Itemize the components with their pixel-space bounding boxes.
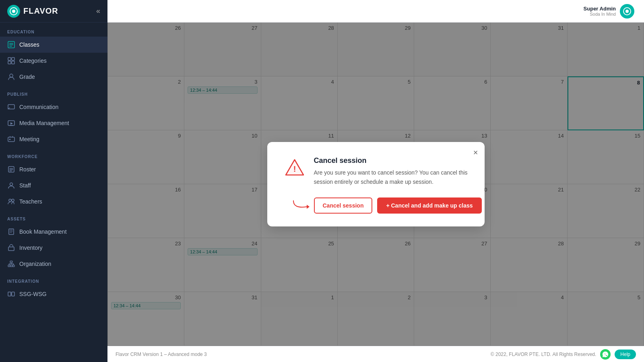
classes-icon [7, 41, 15, 49]
sidebar-label-communication: Communication [19, 104, 58, 110]
media-icon [7, 119, 15, 127]
sidebar-item-organization[interactable]: Organization [0, 256, 107, 272]
footer-version: Flavor CRM Version 1 – Advanced mode 3 [116, 352, 207, 357]
cancel-session-button[interactable]: Cancel session [314, 197, 373, 214]
svg-point-20 [12, 199, 14, 202]
sidebar-item-inventory[interactable]: Inventory [0, 240, 107, 256]
footer: Flavor CRM Version 1 – Advanced mode 3 ©… [107, 346, 644, 362]
section-label-education: EDUCATION [0, 23, 107, 37]
svg-text:!: ! [293, 165, 296, 173]
user-area: Super Admin Soda In Mind [584, 4, 634, 19]
svg-rect-21 [9, 229, 14, 234]
modal-close-button[interactable]: × [473, 148, 478, 156]
svg-rect-5 [9, 46, 12, 47]
modal-title: Cancel session [314, 156, 469, 165]
organization-icon [7, 260, 15, 268]
sidebar-label-classes: Classes [19, 41, 39, 48]
sidebar-item-classes[interactable]: Classes [0, 37, 107, 53]
user-name: Super Admin [584, 6, 616, 12]
sidebar-label-organization: Organization [19, 261, 51, 267]
svg-rect-25 [10, 265, 12, 267]
svg-rect-8 [8, 61, 11, 64]
sidebar-label-roster: Roster [19, 166, 36, 173]
sidebar: FLAVOR « EDUCATION Classes Categories [0, 0, 107, 362]
sidebar-item-teachers[interactable]: Teachers [0, 193, 107, 210]
svg-rect-9 [12, 61, 14, 64]
sidebar-item-meeting[interactable]: Meeting [0, 131, 107, 147]
modal-overlay: × ! Cancel session Are you sure you want… [107, 23, 644, 346]
section-label-workforce: WORKFORCE [0, 147, 107, 161]
meeting-icon [7, 135, 15, 143]
sidebar-item-roster[interactable]: Roster [0, 161, 107, 177]
section-label-assets: ASSETS [0, 210, 107, 224]
svg-rect-3 [9, 43, 13, 44]
arrow-indicator [291, 199, 312, 212]
svg-rect-7 [12, 58, 14, 60]
footer-copyright: © 2022, FLAVOR PTE. LTD. All Rights Rese… [491, 352, 597, 357]
cancel-and-makeup-button[interactable]: + Cancel and add make up class [377, 197, 481, 214]
modal-description: Are you sure you want to cancel session?… [314, 168, 469, 186]
modal-text-area: Cancel session Are you sure you want to … [314, 156, 469, 186]
svg-point-1 [12, 10, 15, 13]
teachers-icon [7, 197, 15, 206]
svg-rect-17 [8, 167, 14, 172]
sidebar-label-grade: Grade [19, 74, 35, 80]
cancel-session-modal: × ! Cancel session Are you sure you want… [267, 142, 485, 226]
svg-rect-4 [9, 45, 13, 45]
staff-icon [7, 181, 15, 189]
svg-point-19 [9, 199, 11, 202]
ssg-icon [7, 290, 15, 298]
svg-rect-6 [8, 58, 11, 60]
sidebar-label-media: Media Management [19, 120, 69, 126]
inventory-icon [7, 244, 15, 252]
user-info: Super Admin Soda In Mind [584, 6, 616, 16]
svg-rect-13 [10, 125, 13, 126]
svg-point-30 [625, 10, 629, 13]
sidebar-label-categories: Categories [19, 58, 47, 64]
sidebar-item-grade[interactable]: Grade [0, 69, 107, 85]
sidebar-item-media[interactable]: Media Management [0, 115, 107, 131]
svg-rect-16 [9, 139, 10, 140]
modal-body: ! Cancel session Are you sure you want t… [283, 156, 469, 186]
user-avatar [620, 4, 634, 19]
communication-icon [7, 103, 15, 111]
sidebar-label-teachers: Teachers [19, 198, 42, 205]
sidebar-item-categories[interactable]: Categories [0, 53, 107, 69]
svg-point-10 [10, 74, 13, 77]
svg-point-18 [10, 183, 13, 186]
sidebar-item-ssg-wsg[interactable]: SSG-WSG [0, 286, 107, 302]
topbar: Super Admin Soda In Mind [107, 0, 644, 23]
help-button[interactable]: Help [615, 350, 636, 359]
modal-actions: Cancel session + Cancel and add make up … [283, 197, 469, 214]
book-icon [7, 228, 15, 236]
warning-icon-wrap: ! [283, 156, 306, 179]
sidebar-item-staff[interactable]: Staff [0, 177, 107, 193]
categories-icon [7, 57, 15, 65]
whatsapp-icon[interactable] [600, 349, 611, 360]
user-school: Soda In Mind [584, 12, 616, 16]
sidebar-label-book-management: Book Management [19, 228, 67, 235]
roster-icon [7, 165, 15, 173]
sidebar-item-book-management[interactable]: Book Management [0, 224, 107, 240]
section-label-publish: PUBLISH [0, 85, 107, 99]
svg-rect-27 [8, 292, 11, 296]
collapse-button[interactable]: « [96, 7, 100, 15]
logo-area: FLAVOR [7, 5, 58, 18]
sidebar-label-staff: Staff [19, 182, 31, 189]
section-label-integration: INTEGRATION [0, 272, 107, 286]
logo-text: FLAVOR [23, 6, 58, 16]
sidebar-header: FLAVOR « [0, 0, 107, 23]
logo-icon [7, 5, 20, 18]
svg-rect-28 [12, 292, 14, 296]
svg-marker-32 [307, 205, 310, 209]
svg-rect-22 [8, 247, 14, 251]
sidebar-label-ssg-wsg: SSG-WSG [19, 291, 47, 297]
svg-rect-15 [8, 137, 14, 142]
grade-icon [7, 73, 15, 81]
sidebar-label-meeting: Meeting [19, 136, 39, 142]
svg-marker-14 [10, 122, 13, 125]
sidebar-label-inventory: Inventory [19, 245, 43, 251]
warning-triangle-icon: ! [283, 156, 306, 179]
sidebar-item-communication[interactable]: Communication [0, 99, 107, 115]
